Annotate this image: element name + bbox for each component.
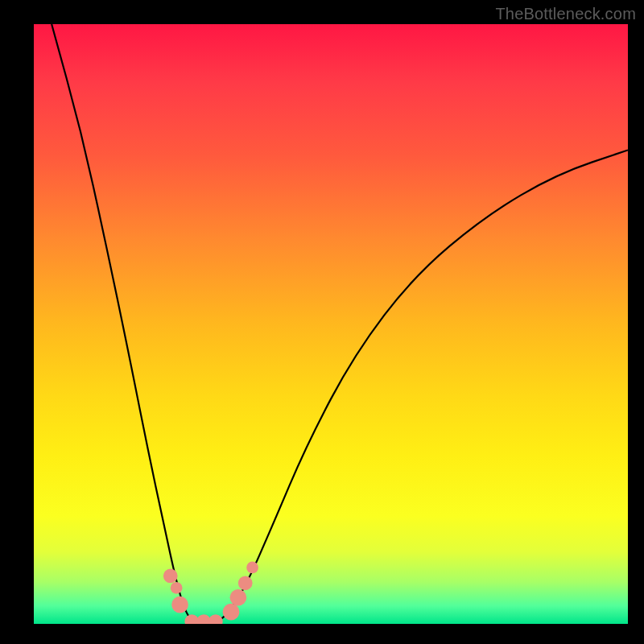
data-marker: [163, 569, 178, 584]
plot-area: [34, 24, 628, 624]
data-marker: [246, 562, 258, 574]
data-marker: [171, 582, 183, 594]
chart-frame: TheBottleneck.com: [0, 0, 644, 644]
data-marker: [230, 589, 247, 606]
data-marker: [171, 597, 188, 613]
data-markers: [163, 562, 258, 624]
bottleneck-chart: [34, 24, 628, 624]
data-marker: [208, 614, 223, 624]
watermark-text: TheBottleneck.com: [495, 5, 636, 23]
bottleneck-curve: [52, 24, 628, 624]
data-marker: [238, 576, 253, 590]
data-marker: [223, 604, 240, 621]
